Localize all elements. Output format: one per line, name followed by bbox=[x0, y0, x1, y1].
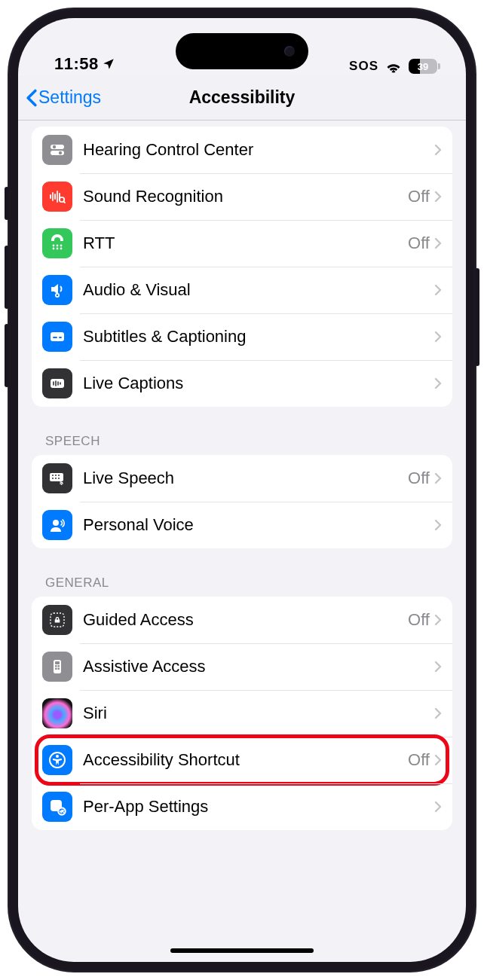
svg-rect-21 bbox=[59, 337, 62, 338]
chevron-right-icon bbox=[434, 801, 442, 813]
svg-point-29 bbox=[55, 475, 57, 476]
accessibility-icon bbox=[42, 745, 72, 775]
chevron-right-icon bbox=[434, 331, 442, 343]
row-hearing-control-center[interactable]: Hearing Control Center bbox=[32, 127, 452, 173]
wifi-icon bbox=[384, 60, 403, 73]
row-rtt[interactable]: RTT Off bbox=[32, 220, 452, 267]
chevron-right-icon bbox=[434, 284, 442, 296]
settings-group-speech: Live Speech Off Personal Voice bbox=[32, 455, 452, 548]
chevron-right-icon bbox=[434, 237, 442, 249]
speaker-eye-icon bbox=[42, 275, 72, 305]
svg-point-43 bbox=[56, 755, 59, 758]
svg-rect-20 bbox=[53, 337, 57, 338]
status-left: 11:58 bbox=[54, 54, 115, 74]
chevron-right-icon bbox=[434, 519, 442, 531]
svg-rect-27 bbox=[50, 473, 63, 481]
location-icon bbox=[102, 57, 115, 71]
row-label: Assistive Access bbox=[83, 657, 434, 676]
chevron-right-icon bbox=[434, 191, 442, 203]
row-label: Per-App Settings bbox=[83, 797, 434, 817]
row-label: Audio & Visual bbox=[83, 280, 434, 300]
power-button bbox=[475, 268, 479, 366]
svg-point-15 bbox=[57, 248, 59, 250]
svg-point-3 bbox=[59, 151, 62, 154]
volume-down-button bbox=[5, 324, 9, 387]
row-sound-recognition[interactable]: Sound Recognition Off bbox=[32, 173, 452, 220]
battery-icon: 39 bbox=[409, 59, 437, 74]
svg-point-12 bbox=[57, 245, 59, 247]
row-label: Live Speech bbox=[83, 469, 408, 488]
phone-frame: 11:58 SOS 39 Settings Accessibility bbox=[8, 8, 476, 972]
section-header-general: General bbox=[32, 575, 452, 597]
row-guided-access[interactable]: Guided Access Off bbox=[32, 597, 452, 643]
settings-group-general: Guided Access Off Assistive Access Siri bbox=[32, 597, 452, 830]
svg-rect-39 bbox=[57, 665, 60, 667]
row-label: Siri bbox=[83, 704, 434, 723]
svg-rect-19 bbox=[51, 332, 64, 341]
row-label: RTT bbox=[83, 234, 408, 253]
row-label: Live Captions bbox=[83, 374, 434, 393]
back-button[interactable]: Settings bbox=[26, 87, 101, 108]
svg-point-18 bbox=[57, 295, 59, 297]
svg-rect-2 bbox=[51, 151, 64, 155]
row-detail: Off bbox=[408, 469, 430, 488]
row-personal-voice[interactable]: Personal Voice bbox=[32, 502, 452, 548]
siri-icon bbox=[42, 698, 72, 728]
svg-rect-22 bbox=[51, 379, 64, 388]
keyboard-speech-icon bbox=[42, 463, 72, 493]
svg-point-33 bbox=[58, 478, 60, 479]
row-accessibility-shortcut[interactable]: Accessibility Shortcut Off bbox=[32, 737, 452, 783]
per-app-icon bbox=[42, 792, 72, 822]
home-indicator[interactable] bbox=[170, 948, 314, 953]
row-live-captions[interactable]: Live Captions bbox=[32, 360, 452, 407]
svg-point-1 bbox=[53, 145, 56, 148]
status-time: 11:58 bbox=[54, 54, 99, 74]
section-header-speech: Speech bbox=[32, 434, 452, 455]
row-per-app-settings[interactable]: Per-App Settings bbox=[32, 783, 452, 830]
status-right: SOS 39 bbox=[349, 59, 437, 74]
row-siri[interactable]: Siri bbox=[32, 690, 452, 737]
chevron-right-icon bbox=[434, 614, 442, 626]
captions-icon bbox=[42, 322, 72, 352]
chevron-right-icon bbox=[434, 144, 442, 156]
back-label: Settings bbox=[38, 87, 101, 108]
row-label: Personal Voice bbox=[83, 515, 434, 535]
svg-point-32 bbox=[55, 478, 57, 479]
row-label: Hearing Control Center bbox=[83, 140, 434, 160]
row-label: Sound Recognition bbox=[83, 187, 408, 206]
screen: 11:58 SOS 39 Settings Accessibility bbox=[18, 18, 466, 962]
svg-rect-38 bbox=[55, 665, 57, 667]
row-subtitles[interactable]: Subtitles & Captioning bbox=[32, 313, 452, 360]
svg-point-16 bbox=[60, 248, 63, 250]
nav-bar: Settings Accessibility bbox=[18, 75, 466, 121]
svg-point-13 bbox=[60, 245, 63, 247]
sound-wave-icon bbox=[42, 182, 72, 212]
chevron-right-icon bbox=[434, 661, 442, 673]
svg-point-31 bbox=[52, 478, 54, 479]
dynamic-island bbox=[176, 33, 308, 69]
chevron-left-icon bbox=[26, 89, 38, 107]
settings-group-hearing: Hearing Control Center Sound Recognition… bbox=[32, 127, 452, 407]
svg-point-14 bbox=[53, 248, 55, 250]
guided-access-icon bbox=[42, 605, 72, 635]
live-captions-icon bbox=[42, 368, 72, 398]
svg-rect-41 bbox=[57, 667, 60, 670]
svg-rect-0 bbox=[51, 145, 64, 149]
svg-point-34 bbox=[53, 520, 59, 526]
svg-rect-37 bbox=[55, 661, 60, 664]
svg-point-30 bbox=[58, 475, 60, 476]
chevron-right-icon bbox=[434, 707, 442, 719]
svg-point-11 bbox=[53, 245, 55, 247]
svg-line-10 bbox=[63, 201, 65, 203]
row-detail: Off bbox=[408, 234, 430, 253]
chevron-right-icon bbox=[434, 472, 442, 484]
person-voice-icon bbox=[42, 510, 72, 540]
row-assistive-access[interactable]: Assistive Access bbox=[32, 643, 452, 690]
sos-label: SOS bbox=[349, 59, 378, 74]
row-detail: Off bbox=[408, 187, 430, 206]
row-label: Subtitles & Captioning bbox=[83, 327, 434, 347]
content[interactable]: Hearing Control Center Sound Recognition… bbox=[18, 121, 466, 962]
row-live-speech[interactable]: Live Speech Off bbox=[32, 455, 452, 502]
chevron-right-icon bbox=[434, 754, 442, 766]
row-audio-visual[interactable]: Audio & Visual bbox=[32, 267, 452, 313]
